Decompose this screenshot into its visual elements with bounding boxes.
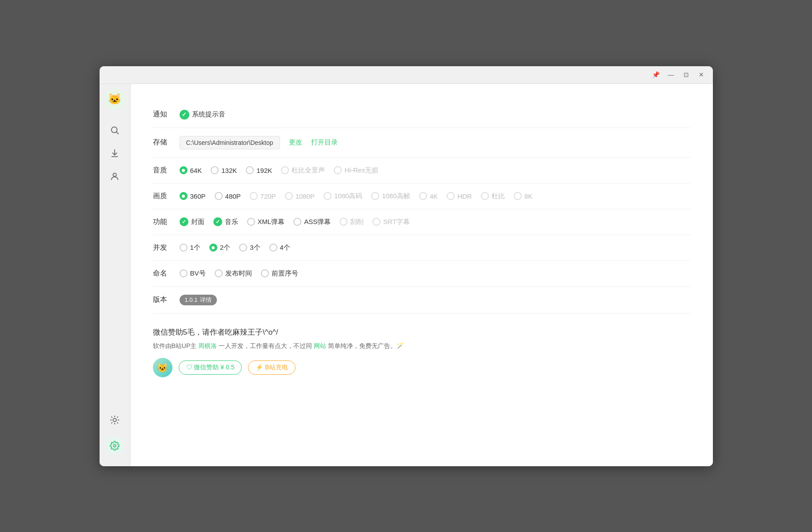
video-360p[interactable]: 360P <box>180 192 206 200</box>
video-8k-radio <box>514 192 522 200</box>
naming-publish-time-label: 发布时间 <box>225 269 252 278</box>
version-label: 版本 <box>153 295 180 304</box>
notification-label: 通知 <box>153 110 180 119</box>
sidebar: 🐱 <box>100 84 131 466</box>
video-8k-label: 8K <box>524 192 532 200</box>
video-720p[interactable]: 720P <box>250 192 276 200</box>
video-720p-radio <box>250 192 258 200</box>
concurrency-3[interactable]: 3个 <box>239 244 260 252</box>
naming-prefix-seq-radio <box>261 269 269 277</box>
author-link[interactable]: 周棋洛 <box>198 342 217 349</box>
audio-quality-content: 64K 132K 192K 杜比全景声 <box>180 166 691 175</box>
video-1080p-high-radio <box>324 192 332 200</box>
concurrency-4-radio <box>269 244 277 252</box>
concurrency-label: 并发 <box>153 243 180 252</box>
video-480p-radio <box>215 192 223 200</box>
function-row: 功能 封面 音乐 XML弹幕 <box>153 209 691 235</box>
func-xml-label: XML弹幕 <box>258 218 285 226</box>
concurrency-4[interactable]: 4个 <box>269 244 290 252</box>
video-1080p-high[interactable]: 1080高码 <box>324 192 362 200</box>
wechat-donate-button[interactable]: ♡ 微信赞助 ¥ 0.5 <box>179 360 242 375</box>
video-1080p[interactable]: 1080P <box>285 192 315 200</box>
video-1080p-high-label: 1080高码 <box>334 192 362 200</box>
video-480p[interactable]: 480P <box>215 192 241 200</box>
func-cover[interactable]: 封面 <box>180 217 204 226</box>
func-ass-radio <box>293 218 301 226</box>
naming-bv[interactable]: BV号 <box>180 269 206 278</box>
storage-label: 存储 <box>153 138 180 147</box>
audio-hires[interactable]: Hi-Res无损 <box>334 166 378 175</box>
storage-open-button[interactable]: 打开目录 <box>311 138 338 147</box>
concurrency-2-label: 2个 <box>220 244 230 252</box>
notification-row: 通知 系统提示音 <box>153 102 691 128</box>
svg-point-14 <box>113 444 116 447</box>
audio-dolby[interactable]: 杜比全景声 <box>281 166 325 175</box>
func-scrape[interactable]: 刮削 <box>340 218 364 226</box>
func-scrape-radio <box>340 218 348 226</box>
func-music[interactable]: 音乐 <box>213 217 238 226</box>
video-8k[interactable]: 8K <box>514 192 532 200</box>
audio-192k[interactable]: 192K <box>246 166 272 174</box>
close-button[interactable]: ✕ <box>697 70 706 79</box>
func-scrape-label: 刮削 <box>350 218 364 226</box>
video-1080p-hfr[interactable]: 1080高帧 <box>371 192 410 200</box>
func-xml-radio <box>247 218 255 226</box>
titlebar: 📌 — ⊡ ✕ <box>100 66 713 84</box>
maximize-button[interactable]: ⊡ <box>682 70 691 79</box>
video-360p-radio <box>180 192 188 200</box>
pin-button[interactable]: 📌 <box>652 70 660 79</box>
func-srt[interactable]: SRT字幕 <box>372 218 410 226</box>
func-srt-label: SRT字幕 <box>383 218 410 226</box>
bilibili-charge-button[interactable]: ⚡ B站充电 <box>248 360 295 375</box>
footer-title: 微信赞助5毛，请作者吃麻辣王子\^o^/ <box>153 327 691 337</box>
svg-line-10 <box>112 416 112 417</box>
version-content: 1.0.1 详情 <box>180 295 691 305</box>
audio-192k-label: 192K <box>256 167 272 174</box>
audio-64k[interactable]: 64K <box>180 166 202 174</box>
naming-publish-time[interactable]: 发布时间 <box>215 269 252 278</box>
video-480p-label: 480P <box>225 192 241 200</box>
sidebar-search-icon[interactable] <box>106 121 124 139</box>
version-row: 版本 1.0.1 详情 <box>153 287 691 314</box>
site-link[interactable]: 网站 <box>314 342 326 349</box>
func-cover-label: 封面 <box>191 218 204 226</box>
video-dolby-radio <box>481 192 489 200</box>
video-dolby-label: 杜比 <box>492 192 505 200</box>
naming-prefix-seq[interactable]: 前置序号 <box>261 269 298 278</box>
concurrency-1-radio <box>180 244 188 252</box>
sidebar-settings-icon[interactable] <box>106 437 124 455</box>
notification-sound[interactable]: 系统提示音 <box>180 110 225 120</box>
sidebar-download-icon[interactable] <box>106 144 124 162</box>
audio-dolby-radio <box>281 166 289 174</box>
version-number: 1.0.1 <box>185 296 198 303</box>
concurrency-1[interactable]: 1个 <box>180 244 200 252</box>
video-4k[interactable]: 4K <box>419 192 438 200</box>
version-detail-link[interactable]: 详情 <box>200 296 212 304</box>
audio-132k[interactable]: 132K <box>211 166 237 174</box>
concurrency-2[interactable]: 2个 <box>209 244 230 252</box>
func-cover-check <box>180 217 188 226</box>
audio-dolby-label: 杜比全景声 <box>292 166 325 175</box>
sidebar-bottom <box>106 408 124 462</box>
sidebar-user-icon[interactable] <box>106 168 124 185</box>
naming-publish-time-radio <box>215 269 223 277</box>
func-xml[interactable]: XML弹幕 <box>247 218 285 226</box>
footer-desc: 软件由B站UP主 周棋洛 一人开发，工作量有点大，不过同 网站 简单纯净，免费无… <box>153 341 691 351</box>
video-quality-label: 画质 <box>153 192 180 201</box>
concurrency-2-radio <box>209 244 217 252</box>
audio-64k-label: 64K <box>190 167 202 174</box>
video-dolby[interactable]: 杜比 <box>481 192 505 200</box>
app-logo: 🐱 <box>104 88 125 110</box>
sidebar-theme-icon[interactable] <box>106 411 124 429</box>
footer-section: 微信赞助5毛，请作者吃麻辣王子\^o^/ 软件由B站UP主 周棋洛 一人开发，工… <box>153 323 691 377</box>
storage-change-button[interactable]: 更改 <box>289 138 302 147</box>
minimize-button[interactable]: — <box>667 70 676 79</box>
footer-actions: 🐱 ♡ 微信赞助 ¥ 0.5 ⚡ B站充电 <box>153 358 691 377</box>
notification-sound-label: 系统提示音 <box>192 110 225 119</box>
svg-line-12 <box>112 422 112 423</box>
author-avatar: 🐱 <box>153 358 172 377</box>
footer-desc-middle: 一人开发，工作量有点大，不过同 <box>219 342 314 349</box>
video-hdr[interactable]: HDR <box>447 192 472 200</box>
func-ass[interactable]: ASS弹幕 <box>293 218 331 226</box>
audio-quality-row: 音质 64K 132K 192K <box>153 158 691 184</box>
